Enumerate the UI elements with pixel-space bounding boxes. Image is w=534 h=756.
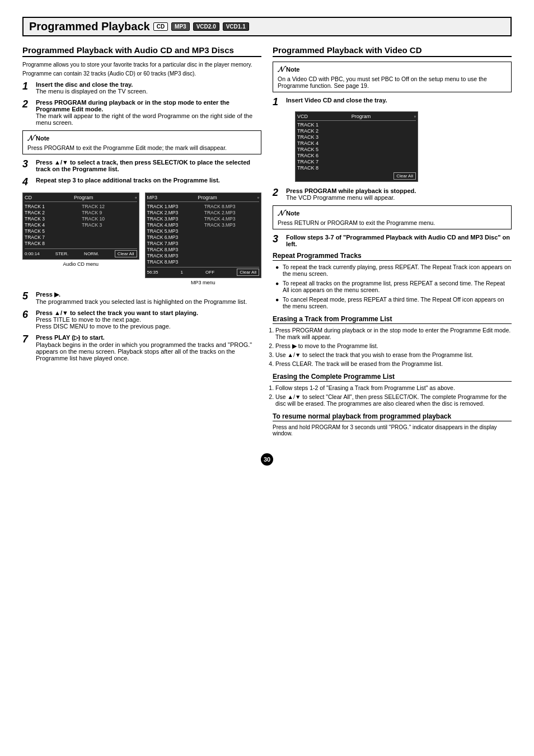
vcd-step-2-body: The VCD Programme menu will appear. — [286, 194, 395, 201]
cd-menu-right-tracks: TRACK 12 TRACK 9 TRACK 10 TRACK 3 — [82, 203, 137, 247]
step-5: 5 Press ▶. The programmed track you sele… — [22, 291, 261, 305]
vcd-step-1-content: Insert Video CD and close the tray. — [286, 97, 512, 104]
mp3-track-4: TRACK 4.MP3 — [147, 222, 202, 228]
mp3-footer-time: 56:35 — [147, 270, 158, 275]
page-title: Programmed Playback — [29, 20, 150, 33]
cd-prog-10: TRACK 10 — [82, 216, 137, 222]
note-icon-1: 𝓝 — [27, 134, 34, 143]
step-6-content: Press ▲/▼ to select the track you want t… — [36, 309, 261, 330]
cd-menu-cols: TRACK 1 TRACK 2 TRACK 3 TRACK 4 TRACK 5 … — [25, 203, 137, 247]
cd-menu-header: CD Program ▫ — [25, 195, 137, 202]
vcd-label-right: Program — [352, 114, 371, 119]
vcd-track-7: TRACK 7 — [297, 159, 416, 165]
note-1: 𝓝 Note Press PROGRAM to exit the Program… — [22, 130, 261, 154]
cd-track-3: TRACK 3 — [25, 216, 79, 222]
erase-track-step-3: Use ▲/▼ to select the track that you wis… — [275, 351, 512, 358]
cd-track-5: TRACK 5 — [25, 228, 79, 234]
intro-p1: Programme allows you to store your favor… — [22, 62, 261, 68]
cd-menu-left-tracks: TRACK 1 TRACK 2 TRACK 3 TRACK 4 TRACK 5 … — [25, 203, 79, 247]
step-1-heading: Insert the disc and close the tray. — [36, 81, 133, 88]
erase-track-title: Erasing a Track from Programme List — [273, 315, 512, 324]
note-vcd-title: 𝓝 Note — [278, 65, 507, 74]
vcd-menu-header: VCD Program ▫ — [297, 114, 416, 121]
repeat-list: ● To repeat the track currently playing,… — [273, 264, 512, 309]
vcd-step-2-content: Press PROGRAM while playback is stopped.… — [286, 187, 512, 201]
step-3: 3 Press ▲/▼ to select a track, then pres… — [22, 159, 261, 172]
step-7-number: 7 — [22, 334, 32, 344]
step-1-content: Insert the disc and close the tray. The … — [36, 81, 261, 95]
mp3-clear-all[interactable]: Clear All — [237, 269, 259, 276]
step-6-body2: Press DISC MENU to move to the previous … — [36, 323, 171, 330]
cd-footer-ster: STER. — [55, 251, 69, 256]
resume-body: Press and hold PROGRAM for 3 seconds unt… — [273, 424, 512, 436]
step-5-content: Press ▶. The programmed track you select… — [36, 291, 261, 305]
step-1: 1 Insert the disc and close the tray. Th… — [22, 81, 261, 95]
mp3-track-1: TRACK 1.MP3 — [147, 204, 202, 209]
vcd-clear-all[interactable]: Clear All — [394, 172, 416, 180]
intro-p2: Programme can contain 32 tracks (Audio C… — [22, 71, 261, 77]
bullet-3: ● — [275, 296, 280, 309]
erase-track-step-4: Press CLEAR. The track will be erased fr… — [275, 360, 512, 367]
erase-track-list: Press PROGRAM during playback or in the … — [273, 327, 512, 367]
step-2-number: 2 — [22, 99, 32, 109]
bullet-1: ● — [275, 264, 280, 277]
cd-track-8: TRACK 8 — [25, 241, 79, 246]
badge-cd: CD — [153, 22, 168, 31]
cd-prog-12: TRACK 12 — [82, 204, 137, 209]
erase-complete-list: Follow steps 1-2 of "Erasing a Track fro… — [273, 384, 512, 407]
cd-menu-label-left: CD — [25, 195, 32, 200]
vcd-step-1-heading: Insert Video CD and close the tray. — [286, 97, 387, 104]
cd-menu-label: Audio CD menu — [22, 261, 139, 267]
step-3-heading: Press ▲/▼ to select a track, then press … — [36, 159, 250, 172]
mp3-track-8b: TRACK 8.MP3 — [147, 253, 202, 259]
step-6-heading: Press ▲/▼ to select the track you want t… — [36, 309, 198, 316]
note-vcd: 𝓝 Note On a Video CD with PBC, you must … — [273, 62, 512, 92]
vcd-step-3-content: Follow steps 3-7 of "Programmed Playback… — [286, 234, 512, 247]
erase-track-step-1: Press PROGRAM during playback or in the … — [275, 327, 512, 340]
repeat-title: Repeat Programmed Tracks — [273, 252, 512, 261]
step-7: 7 Press PLAY (▷) to start. Playback begi… — [22, 334, 261, 361]
step-7-content: Press PLAY (▷) to start. Playback begins… — [36, 334, 261, 361]
cd-menu-inner: CD Program ▫ TRACK 1 TRACK 2 TRACK 3 TRA… — [22, 192, 139, 260]
mp3-prog-3: TRACK 3.MP3 — [204, 222, 259, 228]
vcd-track-3: TRACK 3 — [297, 134, 416, 140]
cd-clear-all[interactable]: Clear All — [115, 250, 137, 257]
step-4-content: Repeat step 3 to place additional tracks… — [36, 177, 261, 184]
repeat-section: Repeat Programmed Tracks ● To repeat the… — [273, 252, 512, 309]
badge-mp3: MP3 — [171, 22, 190, 31]
resume-section: To resume normal playback from programme… — [273, 412, 512, 436]
vcd-clear-row: Clear All — [297, 172, 416, 180]
note-2-body: Press RETURN or PROGRAM to exit the Prog… — [278, 219, 435, 226]
step-7-body: Playback begins in the order in which yo… — [36, 341, 252, 361]
mp3-track-2: TRACK 2.MP3 — [147, 210, 202, 215]
cd-menu-label-right: Program — [74, 195, 93, 200]
main-content: Programmed Playback with Audio CD and MP… — [22, 45, 512, 442]
vcd-step-3-number: 3 — [273, 234, 283, 244]
vcd-icon: ▫ — [414, 114, 416, 119]
page-number-badge: 30 — [261, 453, 273, 466]
mp3-prog-4: TRACK 4.MP3 — [204, 216, 259, 222]
mp3-prog-2: TRACK 2.MP3 — [204, 210, 259, 215]
vcd-step-2-number: 2 — [273, 187, 283, 198]
erase-complete-section: Erasing the Complete Programme List Foll… — [273, 373, 512, 407]
mp3-footer-off: OFF — [205, 270, 214, 275]
mp3-menu-left-tracks: TRACK 1.MP3 TRACK 2.MP3 TRACK 3.MP3 TRAC… — [147, 203, 202, 265]
repeat-item-2: ● To repeat all tracks on the programme … — [275, 280, 512, 293]
note-icon-2: 𝓝 — [278, 209, 284, 218]
mp3-menu-label: MP3 menu — [145, 280, 262, 285]
vcd-step-2-heading: Press PROGRAM while playback is stopped. — [286, 187, 416, 194]
vcd-label-left: VCD — [297, 114, 308, 119]
left-column: Programmed Playback with Audio CD and MP… — [22, 45, 261, 442]
cd-menu-footer: 0:00:14 STER. NORM. Clear All — [25, 248, 137, 257]
mp3-prog-8: TRACK 8.MP3 — [204, 204, 259, 209]
step-6: 6 Press ▲/▼ to select the track you want… — [22, 309, 261, 330]
step-5-body: The programmed track you selected last i… — [36, 298, 247, 305]
step-1-body: The menu is displayed on the TV screen. — [36, 88, 148, 95]
vcd-menu: VCD Program ▫ TRACK 1 TRACK 2 TRACK 3 TR… — [295, 111, 418, 182]
cd-footer-norm: NORM. — [84, 251, 99, 256]
erase-track-step-2: Press ▶ to move to the Programme list. — [275, 342, 512, 349]
mp3-menu-icon: ▫ — [257, 195, 259, 200]
cd-menu-icon: ▫ — [135, 195, 137, 200]
step-2-body: The mark will appear to the right of the… — [36, 112, 252, 126]
cd-track-4: TRACK 4 — [25, 222, 79, 228]
